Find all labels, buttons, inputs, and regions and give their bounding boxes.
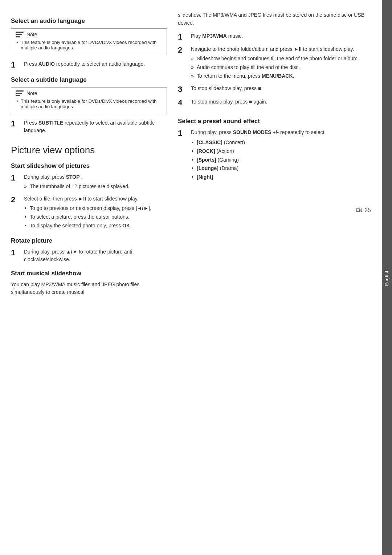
step-list-audio: 1 Press AUDIO repeatedly to select an au…: [11, 60, 167, 70]
sub-item: To select a picture, press the cursor bu…: [24, 213, 167, 221]
step-item-r4: 4 To stop music play, press ■ again.: [178, 98, 375, 108]
sound-item-night: [Night]: [191, 173, 375, 182]
note-label-audio: Note: [26, 32, 37, 37]
section-sound-effect: Select a preset sound effect 1 During pl…: [178, 118, 375, 182]
main-content: Select an audio language Note This featu…: [0, 0, 382, 555]
sub-section-slideshow: Start slideshow of pictures 1 During pla…: [11, 162, 167, 231]
sound-item-classic: [CLASSIC] (Concert): [191, 138, 375, 147]
note-header-subtitle: Note: [16, 90, 162, 96]
section-picture-view: Picture view options Start slideshow of …: [11, 145, 167, 296]
side-tab-label: English: [384, 269, 389, 286]
sound-list: [CLASSIC] (Concert) [ROCK] (Action) [Spo…: [191, 138, 375, 182]
step-item-rotate: 1 During play, press ▲/▼ to rotate the p…: [11, 248, 167, 263]
sub-item: To return to the menu, press MENU/BACK.: [191, 72, 375, 80]
step-item-slideshow-1: 1 During play, press STOP . The thumbnai…: [11, 173, 167, 191]
step-number-r4: 4: [178, 98, 188, 108]
step-number-subtitle: 1: [11, 119, 21, 129]
note-item-subtitle: This feature is only available for DVDs/…: [16, 98, 162, 109]
step-text-sound: During play, press SOUND MODES +/- repea…: [191, 129, 375, 182]
step-item: 1 Press AUDIO repeatedly to select an au…: [11, 60, 167, 70]
step-number: 1: [11, 60, 21, 70]
sub-item: To go to previous or next screen display…: [24, 204, 167, 212]
step-number-sound: 1: [178, 129, 188, 138]
heading-audio-language: Select an audio language: [11, 17, 167, 25]
step-number-r1: 1: [11, 248, 21, 258]
footer-page: 25: [364, 207, 371, 214]
step-number-r1: 1: [178, 32, 188, 42]
sub-item: Slideshow begins and continues till the …: [191, 55, 375, 62]
section-audio-language: Select an audio language Note This featu…: [11, 17, 167, 70]
step-number-s1: 1: [11, 173, 21, 183]
step-item-sound: 1 During play, press SOUND MODES +/- rep…: [178, 129, 375, 182]
note-icon-subtitle: [16, 90, 24, 96]
footer-row: EN 25: [178, 185, 375, 214]
step-number-r2: 2: [178, 45, 188, 55]
sound-item-sports: [Sports] (Gaming): [191, 156, 375, 165]
right-intro: slideshow. The MP3/WMA and JPEG files mu…: [178, 11, 375, 27]
step-item-r2: 2 Navigate to the photo folder/album and…: [178, 45, 375, 81]
step-list-subtitle: 1 Press SUBTITLE repeatedly to select an…: [11, 119, 167, 134]
heading-rotate: Rotate picture: [11, 237, 167, 244]
step-item-r1: 1 Play MP3/WMA music.: [178, 32, 375, 42]
sub-item: To display the selected photo only, pres…: [24, 222, 167, 230]
left-column: Select an audio language Note This featu…: [11, 11, 178, 540]
note-content-audio: This feature is only available for DVDs/…: [16, 40, 162, 50]
step-list-sound: 1 During play, press SOUND MODES +/- rep…: [178, 129, 375, 182]
step-text-r3: To stop slideshow play, press ■.: [191, 85, 375, 92]
sound-item-lounge: [Lounge] (Drama): [191, 164, 375, 173]
step-text-r1: Play MP3/WMA music.: [191, 32, 375, 40]
note-item: This feature is only available for DVDs/…: [16, 40, 162, 50]
step-item-subtitle: 1 Press SUBTITLE repeatedly to select an…: [11, 119, 167, 134]
sub-section-musical: Start musical slideshow You can play MP3…: [11, 270, 167, 296]
step-number-r3: 3: [178, 85, 188, 94]
heading-subtitle-language: Select a subtitle language: [11, 76, 167, 84]
step-list-right: 1 Play MP3/WMA music. 2 Navigate to the …: [178, 32, 375, 108]
step-item-slideshow-2: 2 Select a file, then press ►II to start…: [11, 195, 167, 231]
step-text-s2: Select a file, then press ►II to start s…: [24, 195, 167, 231]
note-header-audio: Note: [16, 32, 162, 37]
step-text-subtitle: Press SUBTITLE repeatedly to select an a…: [24, 119, 167, 134]
step-list-slideshow: 1 During play, press STOP . The thumbnai…: [11, 173, 167, 231]
section-subtitle-language: Select a subtitle language Note This fea…: [11, 76, 167, 134]
step-number-s2: 2: [11, 195, 21, 204]
sound-item-rock: [ROCK] (Action): [191, 147, 375, 156]
note-box-subtitle: Note This feature is only available for …: [11, 87, 167, 114]
step-item-r3: 3 To stop slideshow play, press ■.: [178, 85, 375, 94]
right-column: slideshow. The MP3/WMA and JPEG files mu…: [178, 11, 375, 540]
sub-item: Audio continues to play till the end of …: [191, 64, 375, 71]
heading-musical: Start musical slideshow: [11, 270, 167, 277]
step-text-r2: Navigate to the photo folder/album and p…: [191, 45, 375, 81]
step-text-r1: During play, press ▲/▼ to rotate the pic…: [24, 248, 167, 263]
sub-section-rotate: Rotate picture 1 During play, press ▲/▼ …: [11, 237, 167, 263]
step-list-rotate: 1 During play, press ▲/▼ to rotate the p…: [11, 248, 167, 263]
musical-intro: You can play MP3/WMA music files and JPE…: [11, 281, 167, 296]
note-box-audio: Note This feature is only available for …: [11, 28, 167, 55]
heading-sound-effect: Select a preset sound effect: [178, 118, 375, 125]
heading-picture-view: Picture view options: [11, 145, 167, 156]
note-label-subtitle: Note: [26, 90, 37, 96]
note-icon-audio: [16, 32, 24, 37]
step-text-r4: To stop music play, press ■ again.: [191, 98, 375, 106]
step-text: Press AUDIO repeatedly to select an audi…: [24, 60, 167, 68]
note-content-subtitle: This feature is only available for DVDs/…: [16, 98, 162, 109]
side-tab: English: [382, 0, 392, 555]
page-container: Select an audio language Note This featu…: [0, 0, 392, 555]
sub-item: The thumbnails of 12 pictures are displa…: [24, 183, 167, 190]
footer-lang: EN: [356, 207, 362, 213]
step-text-s1: During play, press STOP . The thumbnails…: [24, 173, 167, 191]
heading-slideshow: Start slideshow of pictures: [11, 162, 167, 170]
